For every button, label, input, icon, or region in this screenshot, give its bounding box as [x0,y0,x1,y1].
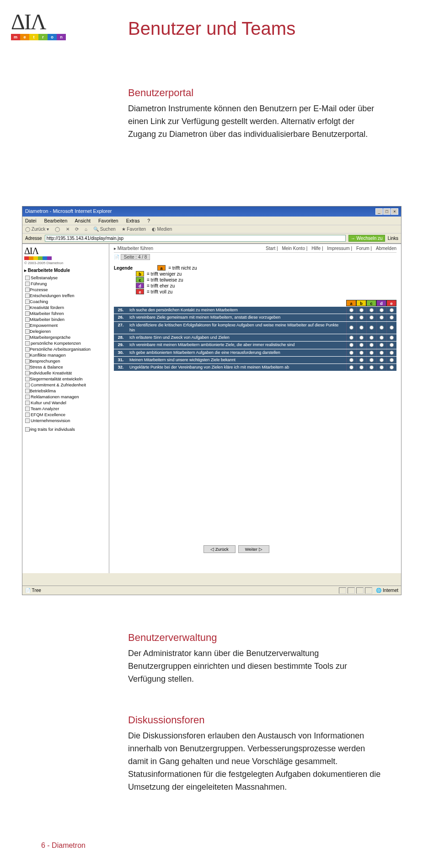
nav-back-button[interactable]: ◁ Zurück [203,545,236,553]
tree-subitem[interactable]: Empowerment [24,322,107,328]
radio-option[interactable] [366,334,376,341]
link-hilfe[interactable]: Hilfe [311,246,321,251]
tree-subitem[interactable]: Entscheidungen treffen [24,293,107,298]
window-buttons[interactable]: _□× [375,208,398,215]
radio-option[interactable] [376,334,386,341]
tb-search[interactable]: 🔍 Suchen [93,227,116,232]
tree-item[interactable]: Führung [24,281,107,287]
menu-bearbeiten[interactable]: Bearbeiten [44,218,67,223]
tree-item[interactable]: persönliche Kompetenzen [24,340,107,346]
link-start[interactable]: Start [266,246,275,251]
tree-subitem[interactable]: Stress & Balance [24,364,107,370]
radio-option[interactable] [386,322,396,334]
radio-option[interactable] [386,314,396,321]
tb-refresh-icon[interactable]: ⟳ [75,227,79,232]
tree-subitem[interactable]: Delegieren [24,328,107,334]
question-number: 30. [114,349,128,356]
radio-option[interactable] [376,307,386,314]
radio-option[interactable] [376,357,386,363]
radio-option[interactable] [386,307,396,314]
link-meinkonto[interactable]: Mein Konto [282,246,305,251]
crumb-path[interactable]: ▸ Mitarbeiter führen [114,246,153,251]
menu-datei[interactable]: Datei [25,218,37,223]
tree-item[interactable]: Unternehmensvision [24,418,107,423]
radio-option[interactable] [386,349,396,356]
links-label[interactable]: Links [388,236,398,241]
radio-option[interactable] [366,342,376,348]
radio-option[interactable] [386,334,396,341]
radio-option[interactable] [346,342,356,348]
menu-favoriten[interactable]: Favoriten [98,218,118,223]
tree-item[interactable]: Reklamationen managen [24,394,107,400]
go-button[interactable]: → Wechseln zu [348,235,385,242]
tb-medien[interactable]: ◐ Medien [152,227,172,232]
question-row: 25.Ich suche den persönlichen Kontakt zu… [114,307,396,314]
menu-help[interactable]: ? [147,218,150,223]
tree-item[interactable]: Team Analyzer [24,406,107,412]
radio-option[interactable] [386,357,396,363]
tree-subitem[interactable]: individuelle Kreativität [24,370,107,376]
radio-option[interactable] [366,357,376,363]
sidebar-modules-head[interactable]: ▸ Bearbeitete Module [24,268,107,273]
tree-subitem[interactable]: Mitarbeitergespräche [24,334,107,340]
tb-back[interactable]: ◯ Zurück ▾ [25,227,49,232]
tree-item[interactable]: Kultur und Wandel [24,400,107,406]
tb-stop-icon[interactable]: ✕ [66,227,70,232]
nav-forward-button[interactable]: Weiter ▷ [238,545,269,553]
radio-option[interactable] [356,322,366,334]
radio-option[interactable] [366,364,376,371]
radio-option[interactable] [346,307,356,314]
radio-option[interactable] [346,322,356,334]
link-forum[interactable]: Forum [356,246,369,251]
link-impressum[interactable]: Impressum [327,246,349,251]
tree-subitem[interactable]: Mitarbeiter binden [24,316,107,322]
radio-option[interactable] [366,314,376,321]
radio-option[interactable] [376,322,386,334]
browser-toolbar[interactable]: ◯ Zurück ▾ ◯ ✕ ⟳ ⌂ 🔍 Suchen ★ Favoriten … [22,225,401,233]
radio-option[interactable] [356,307,366,314]
tree-subitem[interactable]: Siegermentalität entwickeln [24,376,107,382]
address-input[interactable] [45,235,346,242]
radio-option[interactable] [356,314,366,321]
legend-label: Legende [114,266,133,271]
radio-option[interactable] [366,307,376,314]
radio-option[interactable] [346,349,356,356]
radio-option[interactable] [356,349,366,356]
radio-option[interactable] [346,334,356,341]
sidebar-footer-item[interactable]: Living traits for individuals [24,426,107,432]
radio-option[interactable] [386,364,396,371]
tree-subitem[interactable]: Mitarbeiter führen [24,310,107,316]
menu-ansicht[interactable]: Ansicht [75,218,91,223]
tree-subitem[interactable]: Kreativität fördern [24,304,107,310]
tree-item[interactable]: Selbstanalyse [24,275,107,281]
radio-option[interactable] [376,314,386,321]
radio-option[interactable] [356,364,366,371]
radio-option[interactable] [376,364,386,371]
tree-subitem[interactable]: Besprechungen [24,358,107,364]
radio-option[interactable] [346,314,356,321]
radio-option[interactable] [356,357,366,363]
radio-option[interactable] [386,342,396,348]
browser-menubar[interactable]: Datei Bearbeiten Ansicht Favoriten Extra… [22,217,401,225]
radio-option[interactable] [346,357,356,363]
tree-subitem[interactable]: Persönliche Arbeitsorganisation [24,346,107,352]
tb-home-icon[interactable]: ⌂ [85,227,87,232]
radio-option[interactable] [346,364,356,371]
radio-option[interactable] [376,342,386,348]
tree-item[interactable]: EFQM Excellence [24,412,107,418]
tb-favoriten[interactable]: ★ Favoriten [122,227,146,232]
radio-option[interactable] [356,342,366,348]
radio-option[interactable] [376,349,386,356]
tree-item[interactable]: Commitment & Zufriedenheit [24,382,107,388]
tree-subitem[interactable]: Coaching [24,298,107,304]
menu-extras[interactable]: Extras [126,218,140,223]
link-abmelden[interactable]: Abmelden [376,246,396,251]
tree-subitem[interactable]: Prozesse [24,287,107,293]
tb-fwd-icon[interactable]: ◯ [55,227,60,232]
radio-option[interactable] [366,349,376,356]
radio-option[interactable] [366,322,376,334]
question-row: 29.Ich vereinbare mit meinen Mitarbeiter… [114,342,396,348]
tree-subitem[interactable]: Betriebsklima [24,388,107,394]
tree-subitem[interactable]: Konflikte managen [24,352,107,358]
radio-option[interactable] [356,334,366,341]
